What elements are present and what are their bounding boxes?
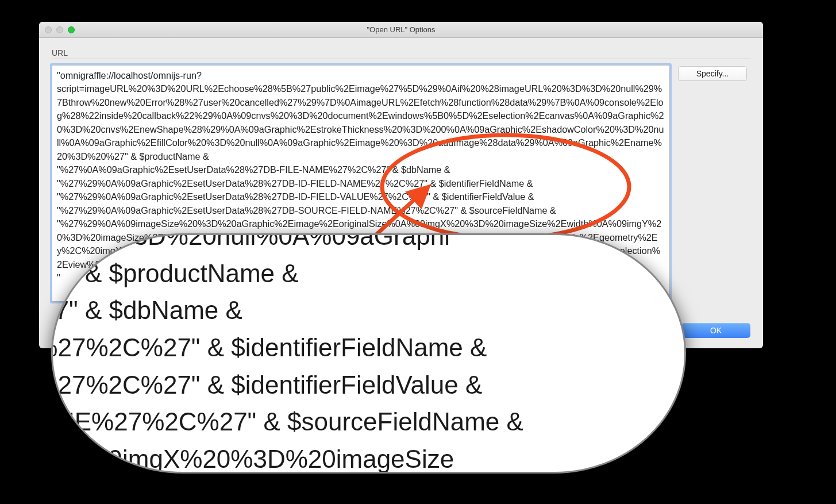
- specify-button[interactable]: Specify...: [678, 66, 747, 81]
- window-title: "Open URL" Options: [367, 25, 435, 34]
- ok-button[interactable]: OK: [681, 323, 750, 338]
- minimize-icon[interactable]: [56, 26, 63, 33]
- maximize-icon[interactable]: [68, 26, 75, 33]
- url-label: URL: [52, 48, 750, 57]
- traffic-lights: [45, 26, 75, 33]
- magnifier-loupe: olor%20%3D%20null%0A%09aGraphi %27" & $p…: [51, 233, 686, 474]
- magnifier-content: olor%20%3D%20null%0A%09aGraphi %27" & $p…: [51, 233, 644, 474]
- divider: [52, 59, 750, 59]
- titlebar: "Open URL" Options: [39, 22, 763, 38]
- close-icon[interactable]: [45, 26, 52, 33]
